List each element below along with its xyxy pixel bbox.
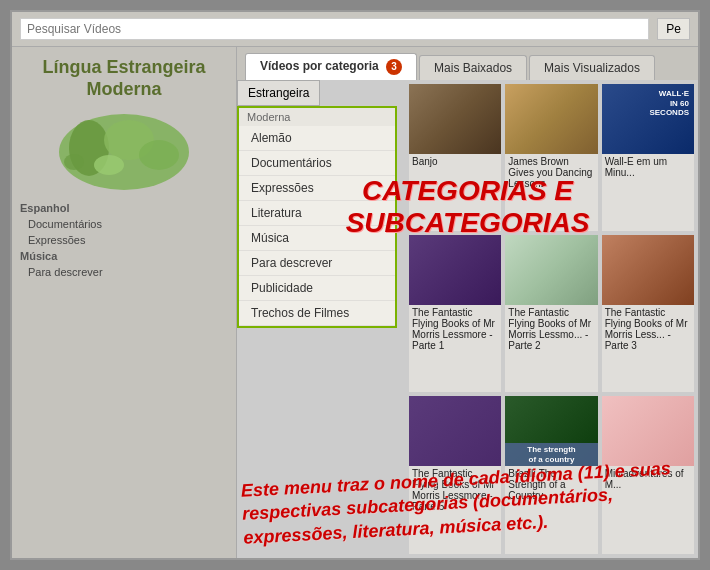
video-card-fantastic4[interactable]: The Fantastic Flying Books of Mr Morris … [409,396,501,554]
video-title-fantastic1: The Fantastic Flying Books of Mr Morris … [409,305,501,393]
dropdown-item-documentarios[interactable]: Documentários [239,151,395,176]
video-title-mini: Miniadventures of M... [602,466,694,554]
video-card-brazil[interactable]: The strengthof a country Brazil: The Str… [505,396,597,554]
sidebar-sub-expressoes[interactable]: Expressões [20,232,228,248]
video-thumb-brazil: The strengthof a country [505,396,597,466]
world-map-icon [54,110,194,195]
video-thumb-james [505,84,597,154]
tabs-row: Vídeos por categoria 3 Mais Baixados Mai… [237,47,698,80]
main-container: Pe Língua Estrangeira Moderna [10,10,700,560]
tab-badge: 3 [386,59,402,75]
video-thumb-mini [602,396,694,466]
video-card-james[interactable]: James Brown Gives you Dancing Lessons [505,84,597,231]
search-button[interactable]: Pe [657,18,690,40]
video-grid: Banjo James Brown Gives you Dancing Less… [405,80,698,558]
strength-label: The strengthof a country [505,443,597,466]
video-thumb-fantastic1 [409,235,501,305]
video-title-banjo: Banjo [409,154,501,231]
sidebar: Língua Estrangeira Moderna Espanhol Docu… [12,47,237,558]
dropdown-section-moderna: Moderna [239,108,395,126]
dropdown-menu: Moderna Alemão Documentários Expressões … [237,106,397,328]
sidebar-sub-documentarios[interactable]: Documentários [20,216,228,232]
top-bar: Pe [12,12,698,47]
video-card-fantastic3[interactable]: The Fantastic Flying Books of Mr Morris … [602,235,694,393]
video-card-walle[interactable]: WALL·EIN 60SECONDS Wall-E em um Minu... [602,84,694,231]
dropdown-container: Estrangeira Moderna Alemão Documentários… [237,80,320,106]
dropdown-item-expressoes[interactable]: Expressões [239,176,395,201]
video-title-fantastic4: The Fantastic Flying Books of Mr Morris … [409,466,501,554]
dropdown-item-alemao[interactable]: Alemão [239,126,395,151]
video-title-brazil: Brazil: The Strength of a Country [505,466,597,554]
sidebar-lower: Espanhol Documentários Expressões Música… [12,200,236,280]
video-title-fantastic3: The Fantastic Flying Books of Mr Morris … [602,305,694,393]
sidebar-lang-musica: Música [20,248,228,264]
tab-videos-categoria[interactable]: Vídeos por categoria 3 [245,53,417,80]
main-content: Vídeos por categoria 3 Mais Baixados Mai… [237,47,698,558]
video-thumb-fantastic4 [409,396,501,466]
outer-frame: Pe Língua Estrangeira Moderna [0,0,710,570]
video-card-fantastic2[interactable]: The Fantastic Flying Books of Mr Morris … [505,235,597,393]
search-input[interactable] [20,18,649,40]
dropdown-item-musica[interactable]: Música [239,226,395,251]
video-card-banjo[interactable]: Banjo [409,84,501,231]
video-thumb-walle: WALL·EIN 60SECONDS [602,84,694,154]
video-title-james: James Brown Gives you Dancing Lessons [505,154,597,231]
video-card-fantastic1[interactable]: The Fantastic Flying Books of Mr Morris … [409,235,501,393]
video-thumb-banjo [409,84,501,154]
sidebar-logo: Língua Estrangeira Moderna [12,57,236,100]
dropdown-trigger[interactable]: Estrangeira [237,80,320,106]
video-title-fantastic2: The Fantastic Flying Books of Mr Morris … [505,305,597,393]
tab-mais-visualizados[interactable]: Mais Visualizados [529,55,655,80]
videos-area: Estrangeira Moderna Alemão Documentários… [237,80,698,558]
video-title-walle: Wall-E em um Minu... [602,154,694,231]
svg-point-3 [139,140,179,170]
dropdown-item-trechos[interactable]: Trechos de Filmes [239,301,395,326]
video-card-mini[interactable]: Miniadventures of M... [602,396,694,554]
tab-mais-baixados[interactable]: Mais Baixados [419,55,527,80]
svg-point-5 [64,154,84,170]
video-thumb-fantastic3 [602,235,694,305]
content-area: Língua Estrangeira Moderna Espanhol Docu… [12,47,698,558]
sidebar-sub-paradescrever[interactable]: Para descrever [20,264,228,280]
dropdown-item-paradescrever[interactable]: Para descrever [239,251,395,276]
sidebar-lang-espanhol: Espanhol [20,200,228,216]
dropdown-item-publicidade[interactable]: Publicidade [239,276,395,301]
dropdown-item-literatura[interactable]: Literatura [239,201,395,226]
svg-point-4 [94,155,124,175]
walle-label: WALL·EIN 60SECONDS [649,89,689,118]
video-thumb-fantastic2 [505,235,597,305]
sidebar-logo-text: Língua Estrangeira Moderna [12,57,236,100]
